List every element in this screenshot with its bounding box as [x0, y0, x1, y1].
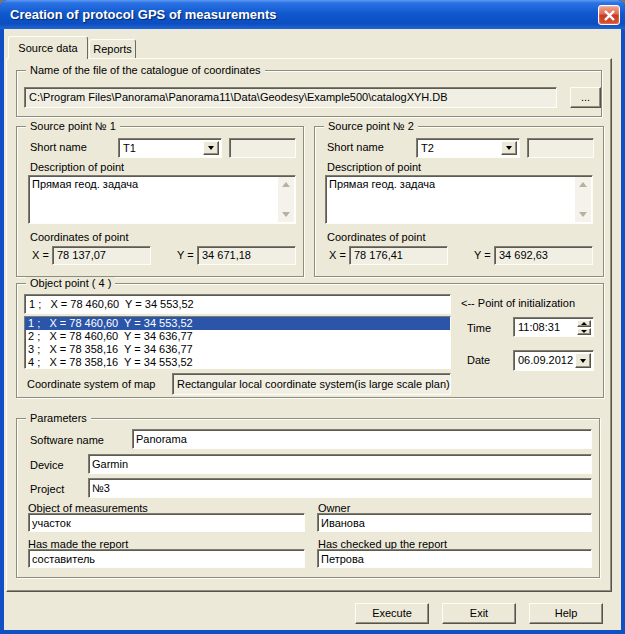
project-label: Project — [30, 483, 64, 495]
point-of-initialization-label: <-- Point of initialization — [461, 297, 575, 309]
list-item[interactable]: 1 ; X = 78 460,60 Y = 34 553,52 — [25, 317, 450, 330]
tab-reports-label: Reports — [93, 43, 132, 55]
sp1-short-name-combo[interactable]: T1 — [118, 138, 222, 158]
sp1-x-field: 78 137,07 — [52, 246, 151, 265]
device-input[interactable] — [88, 454, 592, 474]
spinner-up-icon[interactable] — [577, 320, 591, 327]
tab-source-data-label: Source data — [18, 42, 77, 54]
coord-system-label: Coordinate system of map — [27, 378, 155, 390]
sp1-description-textarea[interactable]: Прямая геод. задача — [28, 175, 296, 224]
object-point-selected-field[interactable]: 1 ; X = 78 460,60 Y = 34 553,52 — [24, 294, 451, 314]
sp2-description-label: Description of point — [327, 161, 421, 173]
sp1-description-text: Прямая геод. задача — [32, 178, 277, 190]
owner-input[interactable] — [317, 513, 592, 532]
sp2-short-name-combo[interactable]: T2 — [416, 138, 520, 158]
has-made-report-input[interactable] — [28, 549, 305, 568]
has-checked-report-input[interactable] — [317, 549, 592, 568]
object-point-group-title: Object point ( 4 ) — [26, 277, 115, 289]
date-dropdown-button[interactable] — [575, 353, 591, 368]
sp2-x-label: X = — [329, 249, 346, 261]
scroll-up-icon[interactable] — [575, 177, 590, 192]
sp1-short-name-label: Short name — [30, 141, 87, 153]
software-name-label: Software name — [30, 434, 104, 446]
date-label: Date — [467, 354, 490, 366]
coord-system-field: Rectangular local coordinate system(is l… — [172, 373, 451, 395]
sp1-y-label: Y = — [177, 249, 194, 261]
sp1-description-label: Description of point — [30, 161, 124, 173]
dialog-window: Creation of protocol GPS of measurements… — [0, 0, 625, 634]
sp2-y-field: 34 692,63 — [494, 246, 593, 265]
list-item[interactable]: 2 ; X = 78 460,60 Y = 34 636,77 — [25, 330, 450, 343]
parameters-group-title: Parameters — [26, 412, 91, 424]
sp1-x-label: X = — [32, 249, 49, 261]
sp1-aux-field — [229, 138, 296, 158]
project-input[interactable] — [88, 478, 592, 498]
software-name-input[interactable] — [132, 429, 592, 449]
list-item[interactable]: 4 ; X = 78 358,16 Y = 34 553,52 — [25, 356, 450, 369]
time-label: Time — [467, 322, 491, 334]
sp2-aux-field — [527, 138, 594, 158]
sp2-description-text: Прямая геод. задача — [329, 178, 574, 190]
sp2-y-label: Y = — [474, 249, 491, 261]
catalogue-group-title: Name of the file of the catalogue of coo… — [26, 64, 265, 76]
sp2-short-name-value: T2 — [421, 142, 434, 154]
dropdown-arrow-icon — [580, 359, 586, 363]
spinner-down-icon[interactable] — [577, 328, 591, 335]
tab-source-data[interactable]: Source data — [8, 36, 88, 59]
sp2-short-name-label: Short name — [327, 141, 384, 153]
execute-button[interactable]: Execute — [355, 603, 429, 624]
dropdown-arrow-icon — [208, 146, 214, 150]
source-point-2-title: Source point № 2 — [324, 120, 418, 132]
sp1-scrollbar[interactable] — [278, 177, 294, 222]
tab-reports[interactable]: Reports — [89, 39, 136, 58]
scroll-up-icon[interactable] — [278, 177, 293, 192]
sp1-short-name-value: T1 — [123, 142, 136, 154]
date-value: 06.09.2012 — [518, 354, 573, 366]
scroll-down-icon[interactable] — [575, 207, 590, 222]
sp2-scrollbar[interactable] — [575, 177, 591, 222]
source-point-1-title: Source point № 1 — [26, 120, 120, 132]
sp2-short-name-dropdown-button[interactable] — [501, 141, 517, 155]
close-icon — [604, 10, 615, 21]
help-button[interactable]: Help — [529, 603, 603, 624]
sp2-description-textarea[interactable]: Прямая геод. задача — [325, 175, 593, 224]
scroll-down-icon[interactable] — [278, 207, 293, 222]
date-combo[interactable]: 06.09.2012 — [513, 350, 594, 371]
dropdown-arrow-icon — [506, 146, 512, 150]
catalogue-path-field[interactable]: C:\Program Files\Panorama\Panorama11\Dat… — [24, 87, 557, 108]
device-label: Device — [30, 459, 64, 471]
sp2-coordinates-label: Coordinates of point — [327, 231, 425, 243]
exit-button[interactable]: Exit — [442, 603, 516, 624]
window-title: Creation of protocol GPS of measurements — [10, 0, 277, 29]
object-of-measurements-input[interactable] — [28, 513, 305, 532]
sp1-y-field: 34 671,18 — [197, 246, 296, 265]
time-value: 11:08:31 — [518, 321, 560, 333]
sp2-x-field: 78 176,41 — [349, 246, 448, 265]
close-button[interactable] — [598, 5, 620, 25]
object-point-list[interactable]: 1 ; X = 78 460,60 Y = 34 553,52 2 ; X = … — [24, 316, 451, 369]
list-item[interactable]: 3 ; X = 78 358,16 Y = 34 636,77 — [25, 343, 450, 356]
title-bar[interactable]: Creation of protocol GPS of measurements — [0, 0, 625, 29]
time-spinner[interactable]: 11:08:31 — [513, 317, 594, 337]
sp1-coordinates-label: Coordinates of point — [30, 231, 128, 243]
sp1-short-name-dropdown-button[interactable] — [203, 141, 219, 155]
browse-button[interactable]: ... — [570, 87, 601, 108]
